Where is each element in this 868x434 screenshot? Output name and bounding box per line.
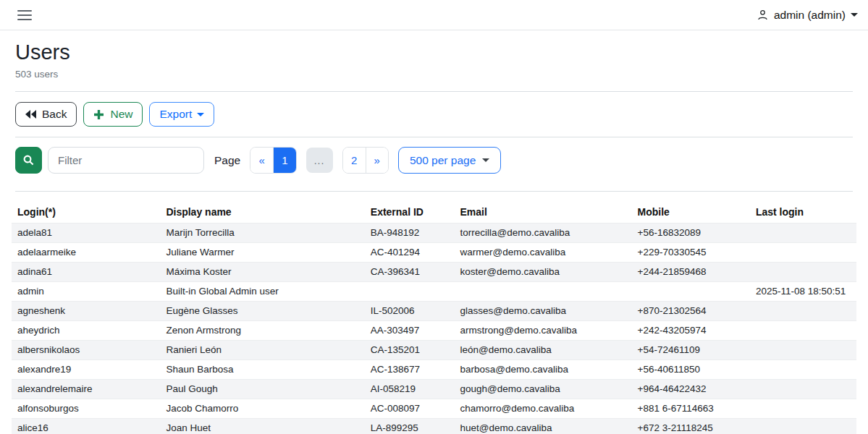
cell-mobile: +881 6-67114663 <box>632 399 750 419</box>
table-row[interactable]: adina61 Máxima Koster CA-396341 koster@d… <box>12 263 856 282</box>
header-login[interactable]: Login(*) <box>12 203 160 224</box>
header-email[interactable]: Email <box>454 203 631 224</box>
cell-display-name: Jacob Chamorro <box>160 399 364 419</box>
cell-display-name: Máxima Koster <box>160 263 364 282</box>
per-page-label: 500 per page <box>410 154 476 167</box>
cell-email: warmer@demo.cavaliba <box>454 243 631 263</box>
cell-last-login <box>750 224 856 243</box>
table-row[interactable]: aheydrich Zenon Armstrong AA-303497 arms… <box>12 321 856 341</box>
table-row[interactable]: alexandre19 Shaun Barbosa AC-138677 barb… <box>12 360 856 380</box>
table-row[interactable]: admin Built-in Global Admin user 2025-11… <box>12 282 856 302</box>
cell-display-name: Juliane Warmer <box>160 243 364 263</box>
export-button[interactable]: Export <box>149 102 214 127</box>
magnifier-icon <box>22 154 35 166</box>
cell-mobile: +229-70330545 <box>632 243 750 263</box>
user-dropdown[interactable]: admin (admin) <box>757 9 858 22</box>
cell-last-login <box>750 399 856 419</box>
per-page-dropdown[interactable]: 500 per page <box>398 147 501 174</box>
user-label: admin (admin) <box>774 9 846 22</box>
back-label: Back <box>42 108 67 121</box>
header-display-name[interactable]: Display name <box>160 203 364 224</box>
filter-input[interactable] <box>48 147 204 174</box>
cell-last-login <box>750 341 856 360</box>
header-external-id[interactable]: External ID <box>365 203 455 224</box>
cell-login: alexandrelemaire <box>12 380 160 399</box>
cell-email: huet@demo.cavaliba <box>454 419 631 434</box>
cell-display-name: Ranieri León <box>160 341 364 360</box>
table-row[interactable]: agneshenk Eugène Glasses IL-502006 glass… <box>12 302 856 321</box>
new-label: New <box>110 108 132 121</box>
cell-last-login <box>750 419 856 434</box>
filter-row: Page « 1 ... 2 » 500 per page <box>15 147 853 174</box>
pagination-page-2[interactable]: 2 <box>343 148 366 173</box>
hamburger-menu-icon[interactable] <box>17 10 32 20</box>
cell-last-login <box>750 380 856 399</box>
cell-display-name: Eugène Glasses <box>160 302 364 321</box>
caret-down-icon <box>197 113 204 116</box>
cell-login: adina61 <box>12 263 160 282</box>
header-mobile[interactable]: Mobile <box>632 203 750 224</box>
cell-external-id: AC-138677 <box>365 360 455 380</box>
cell-external-id: CA-135201 <box>365 341 455 360</box>
pagination-group-last: 2 » <box>342 147 389 174</box>
cell-external-id: LA-899295 <box>365 419 455 434</box>
table-row[interactable]: albersnikolaos Ranieri León CA-135201 le… <box>12 341 856 360</box>
cell-display-name: Paul Gough <box>160 380 364 399</box>
table-row[interactable]: alexandrelemaire Paul Gough AI-058219 go… <box>12 380 856 399</box>
pagination-next[interactable]: » <box>366 148 388 173</box>
table-row[interactable]: alice16 Joan Huet LA-899295 huet@demo.ca… <box>12 419 856 434</box>
back-button[interactable]: Back <box>15 102 77 127</box>
table-row[interactable]: alfonsoburgos Jacob Chamorro AC-008097 c… <box>12 399 856 419</box>
cell-login: alexandre19 <box>12 360 160 380</box>
cell-display-name: Built-in Global Admin user <box>160 282 364 302</box>
table-body: adela81 Marijn Torrecilla BA-948192 torr… <box>12 224 856 434</box>
pagination-group-first: « 1 <box>250 147 296 174</box>
header-last-login[interactable]: Last login <box>750 203 856 224</box>
toolbar: Back New Export <box>15 102 853 127</box>
caret-down-icon <box>482 158 489 162</box>
new-button[interactable]: New <box>83 102 143 127</box>
top-bar: admin (admin) <box>0 0 868 30</box>
cell-external-id: BA-948192 <box>365 224 455 243</box>
cell-email: barbosa@demo.cavaliba <box>454 360 631 380</box>
cell-mobile: +56-16832089 <box>632 224 750 243</box>
cell-external-id: AC-401294 <box>365 243 455 263</box>
cell-login: adela81 <box>12 224 160 243</box>
export-label: Export <box>159 108 192 121</box>
table-row[interactable]: adela81 Marijn Torrecilla BA-948192 torr… <box>12 224 856 243</box>
pagination-prev[interactable]: « <box>250 148 273 173</box>
cell-email: chamorro@demo.cavaliba <box>454 399 631 419</box>
caret-down-icon <box>851 13 858 17</box>
cell-email: armstrong@demo.cavaliba <box>454 321 631 341</box>
cell-mobile: +244-21859468 <box>632 263 750 282</box>
cell-external-id: AC-008097 <box>365 399 455 419</box>
cell-login: alfonsoburgos <box>12 399 160 419</box>
cell-display-name: Joan Huet <box>160 419 364 434</box>
table-row[interactable]: adelaarmeike Juliane Warmer AC-401294 wa… <box>12 243 856 263</box>
cell-last-login <box>750 263 856 282</box>
cell-email: gough@demo.cavaliba <box>454 380 631 399</box>
pagination-ellipsis: ... <box>306 148 333 173</box>
main-content: Users 503 users Back New Export <box>0 38 868 434</box>
page-label: Page <box>214 154 240 167</box>
rewind-icon <box>25 110 36 119</box>
cell-login: aheydrich <box>12 321 160 341</box>
cell-mobile <box>632 282 750 302</box>
cell-last-login <box>750 321 856 341</box>
users-table-wrapper: Login(*) Display name External ID Email … <box>12 203 856 434</box>
cell-email: león@demo.cavaliba <box>454 341 631 360</box>
cell-login: admin <box>12 282 160 302</box>
divider <box>15 191 853 192</box>
cell-display-name: Zenon Armstrong <box>160 321 364 341</box>
cell-last-login <box>750 360 856 380</box>
plus-icon <box>93 109 104 120</box>
pagination-page-1[interactable]: 1 <box>273 148 295 173</box>
users-table: Login(*) Display name External ID Email … <box>12 203 856 434</box>
cell-mobile: +964-46422432 <box>632 380 750 399</box>
cell-mobile: +54-72461109 <box>632 341 750 360</box>
table-header-row: Login(*) Display name External ID Email … <box>12 203 856 224</box>
search-button[interactable] <box>15 147 42 174</box>
cell-email <box>454 282 631 302</box>
cell-last-login <box>750 243 856 263</box>
cell-external-id: CA-396341 <box>365 263 455 282</box>
